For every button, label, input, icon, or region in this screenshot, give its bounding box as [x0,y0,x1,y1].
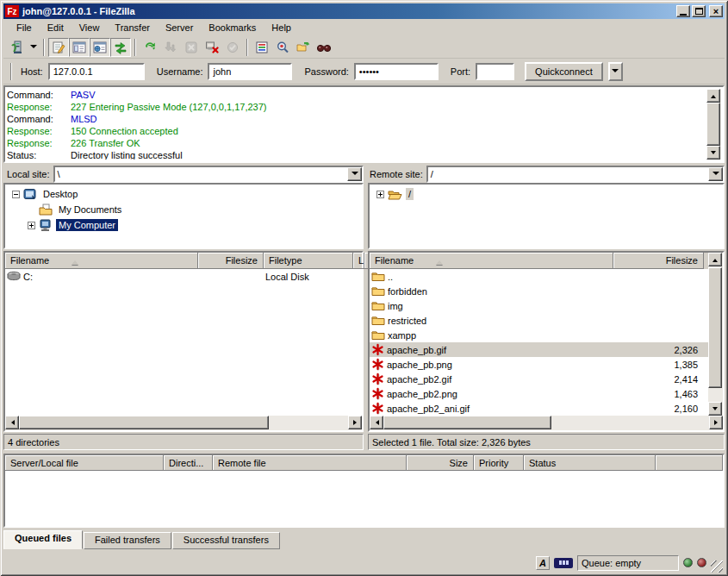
log-text: Directory listing successful [71,150,183,160]
toggle-remote-tree-button[interactable] [90,38,110,57]
scroll-right-button[interactable] [348,416,362,429]
refresh-button[interactable] [140,38,160,57]
quickbar-grip[interactable] [10,63,12,80]
remote-site-combobox[interactable]: / [426,166,725,183]
menu-help[interactable]: Help [264,21,299,34]
file-row-apache-pb-gif[interactable]: apache_pb.gif2,326 [370,342,708,357]
scroll-thumb[interactable] [708,267,722,388]
local-horizontal-scrollbar[interactable] [5,416,362,430]
scroll-left-button[interactable] [5,416,19,429]
file-row-apache-pb2-gif[interactable]: apache_pb2.gif2,414 [370,372,708,386]
scroll-thumb[interactable] [706,103,720,146]
tree-expander[interactable] [12,191,20,198]
tree-expander[interactable] [28,222,35,229]
toggle-local-tree-icon [72,41,86,54]
tree-item-my-documents[interactable]: My Documents [5,202,362,217]
quickconnect-button[interactable]: Quickconnect [525,62,603,81]
folder-icon [371,314,385,327]
menu-transfer[interactable]: Transfer [107,21,158,34]
tab-successful-transfers[interactable]: Successful transfers [172,532,280,549]
log-text: PASV [71,90,96,100]
window-title: john@127.0.0.1 - FileZilla [22,6,676,16]
tab-failed-transfers[interactable]: Failed transfers [84,532,171,549]
file-row-apache-pb2-png[interactable]: apache_pb2.png1,463 [370,386,708,401]
remote-horizontal-scrollbar[interactable] [370,416,723,430]
transfer-queue: Server/Local fileDirecti...Remote fileSi… [3,454,725,528]
toggle-remote-tree-icon [93,41,107,54]
search-button[interactable] [314,38,334,57]
column-header-filetype[interactable]: Filetype [264,253,353,269]
column-header-priority[interactable]: Priority [474,455,524,471]
tree-item-my-computer[interactable]: My Computer [5,217,362,233]
scroll-left-button[interactable] [370,416,383,429]
compare-button[interactable] [272,38,293,57]
column-header-server-local-file[interactable]: Server/Local file [5,455,164,471]
filename-cell: img [370,299,613,312]
resize-grip[interactable] [711,560,723,573]
file-row-forbidden[interactable]: forbidden [370,284,708,298]
menu-edit[interactable]: Edit [40,21,72,34]
scroll-down-button[interactable] [706,146,720,160]
column-header-size[interactable]: Size [407,455,474,471]
remote-status-text: Selected 1 file. Total size: 2,326 bytes [368,434,725,450]
toggle-local-tree-button[interactable] [69,38,90,57]
filter-button[interactable] [252,38,272,57]
column-header-status[interactable]: Status [524,455,656,471]
close-button[interactable]: × [709,5,723,17]
scroll-down-button[interactable] [708,402,722,416]
menu-view[interactable]: View [72,21,108,34]
column-header-filesize[interactable]: Filesize [613,253,704,269]
file-row-apache-pb2-ani-gif[interactable]: apache_pb2_ani.gif2,160 [370,401,708,416]
menu-server[interactable]: Server [158,21,201,34]
tab-queued-files[interactable]: Queued files [3,530,83,549]
quickconnect-dropdown-button[interactable] [608,62,623,81]
column-header-filesize[interactable]: Filesize [198,253,264,269]
log-vertical-scrollbar[interactable] [706,89,721,160]
file-row-restricted[interactable]: restricted [370,313,708,328]
scroll-up-button[interactable] [706,89,720,103]
file-row--[interactable]: .. [370,269,708,284]
column-header-filename[interactable]: Filename [370,253,613,269]
disconnect-button[interactable] [202,38,222,57]
process-queue-button[interactable] [160,38,181,57]
password-input[interactable]: •••••• [354,63,439,80]
username-input[interactable]: john [208,63,292,80]
scroll-right-button[interactable] [709,416,723,429]
host-input[interactable]: 127.0.0.1 [48,63,145,80]
combo-dropdown-button[interactable] [708,167,723,181]
remote-list-rows: ..forbiddenimgrestrictedxamppapache_pb.g… [370,269,708,416]
reconnect-button[interactable] [222,38,243,57]
site-manager-button[interactable] [7,38,28,57]
column-header-l[interactable]: L [353,253,364,269]
menu-bookmarks[interactable]: Bookmarks [201,21,264,34]
sync-browse-button[interactable] [293,38,314,57]
triangle-up-icon [712,256,718,262]
filetype-cell: Local Disk [264,272,353,282]
column-header-directi-[interactable]: Directi... [164,455,213,471]
menu-file[interactable]: File [9,21,40,34]
file-row-img[interactable]: img [370,298,708,313]
tree-item--[interactable]: / [370,186,723,202]
toggle-queue-button[interactable] [110,38,131,57]
column-header-filename[interactable]: Filename [5,253,198,269]
scroll-up-button[interactable] [708,253,722,266]
maximize-button[interactable] [692,5,706,17]
file-row-apache-pb-png[interactable]: apache_pb.png1,385 [370,357,708,372]
tree-expander[interactable] [376,191,384,198]
combo-dropdown-button[interactable] [347,167,362,181]
minimize-button[interactable] [676,5,690,17]
file-row-c-[interactable]: C:Local Disk [5,269,362,284]
site-manager-dropdown-button[interactable] [28,38,40,57]
transfer-type-indicator-icon: A [536,556,550,570]
toggle-log-button[interactable] [48,38,69,57]
tree-item-desktop[interactable]: Desktop [5,186,362,202]
file-row-xampp[interactable]: xampp [370,328,708,342]
cancel-button[interactable] [181,38,202,57]
scroll-thumb[interactable] [19,416,269,429]
local-site-combobox[interactable]: \ [53,166,364,183]
remote-vertical-scrollbar[interactable] [708,253,723,416]
port-input[interactable] [476,63,514,80]
titlebar[interactable]: Fz john@127.0.0.1 - FileZilla × [3,3,725,19]
column-header-remote-file[interactable]: Remote file [213,455,407,471]
scroll-thumb[interactable] [383,416,551,429]
